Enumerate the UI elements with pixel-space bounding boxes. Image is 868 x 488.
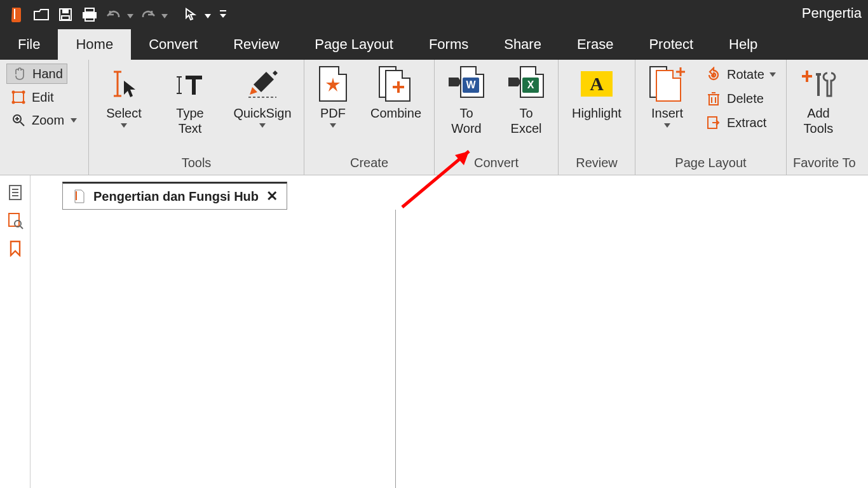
chevron-down-icon [71, 118, 77, 123]
svg-rect-6 [220, 10, 226, 11]
type-text-icon [172, 66, 208, 102]
menu-share[interactable]: Share [486, 29, 559, 60]
to-excel-label: To Excel [511, 105, 542, 136]
quickaccess-more-icon[interactable] [220, 10, 226, 19]
app-logo-icon [6, 4, 28, 25]
zoom-tool-label: Zoom [32, 113, 64, 128]
highlight-button[interactable]: A Highlight [565, 64, 628, 123]
titlebar: Pengertia [0, 0, 868, 29]
print-icon[interactable] [79, 4, 100, 25]
quicksign-label: QuickSign [233, 105, 291, 121]
svg-rect-3 [85, 8, 94, 12]
insert-page-icon [649, 66, 685, 102]
insert-label: Insert [651, 105, 683, 121]
svg-rect-7 [13, 92, 24, 102]
highlight-icon: A [579, 66, 614, 102]
hand-tool-label: Hand [32, 67, 63, 81]
select-label: Select [106, 105, 142, 121]
create-pdf-label: PDF [320, 105, 346, 121]
menubar: File Home Convert Review Page Layout For… [0, 29, 868, 60]
menu-help[interactable]: Help [711, 29, 775, 60]
pdf-file-icon [72, 189, 86, 203]
close-tab-icon[interactable]: ✕ [266, 188, 278, 205]
to-excel-icon: X [508, 66, 544, 102]
svg-point-9 [22, 91, 25, 94]
create-pdf-button[interactable]: PDF [311, 64, 355, 130]
undo-icon[interactable] [103, 4, 125, 25]
add-tools-button[interactable]: Add Tools [793, 64, 844, 139]
to-excel-button[interactable]: X To Excel [501, 64, 552, 139]
create-pdf-icon [315, 66, 351, 102]
delete-button[interactable]: Delete [702, 89, 780, 108]
menu-home[interactable]: Home [58, 29, 131, 60]
extract-label: Extract [727, 116, 766, 130]
workspace: Pengertian dan Fungsi Hub ✕ [0, 175, 868, 488]
group-title-favorite: Favorite To [793, 156, 856, 173]
chevron-down-icon [330, 123, 336, 128]
to-word-label: To Word [451, 105, 481, 136]
rotate-button[interactable]: Rotate [702, 65, 780, 84]
edit-tool-button[interactable]: Edit [6, 88, 57, 107]
menu-page-layout[interactable]: Page Layout [297, 29, 411, 60]
menu-erase[interactable]: Erase [559, 29, 631, 60]
cursor-mode-dropdown-icon[interactable] [205, 11, 211, 18]
svg-rect-2 [62, 16, 69, 20]
svg-line-41 [20, 226, 23, 229]
svg-point-11 [22, 101, 25, 104]
svg-line-13 [20, 122, 24, 126]
ribbon: Hand Edit Zoom [0, 60, 868, 175]
chevron-down-icon [770, 72, 776, 77]
rotate-icon [705, 66, 722, 83]
open-icon[interactable] [31, 4, 52, 25]
group-title-convert: Convert [441, 156, 552, 173]
type-text-label: Type Text [176, 105, 203, 136]
cursor-mode-icon[interactable] [180, 4, 202, 25]
quicksign-icon [245, 66, 280, 102]
extract-icon [705, 114, 722, 131]
type-text-button[interactable]: Type Text [161, 64, 219, 139]
delete-label: Delete [727, 92, 764, 106]
pages-panel-icon[interactable] [6, 183, 25, 202]
chevron-down-icon [664, 123, 670, 128]
edit-icon [10, 89, 27, 105]
document-tabstrip: Pengertian dan Fungsi Hub ✕ [62, 182, 287, 210]
svg-point-10 [12, 101, 15, 104]
combine-label: Combine [370, 105, 421, 121]
side-panel [0, 175, 31, 488]
menu-forms[interactable]: Forms [411, 29, 486, 60]
group-title-page-layout: Page Layout [642, 156, 780, 173]
combine-button[interactable]: Combine [364, 64, 428, 123]
bookmarks-panel-icon[interactable] [6, 239, 25, 258]
menu-file[interactable]: File [0, 29, 58, 60]
search-panel-icon[interactable] [6, 211, 25, 230]
insert-button[interactable]: Insert [642, 64, 693, 130]
group-title-tools: Tools [95, 156, 297, 173]
menu-protect[interactable]: Protect [631, 29, 711, 60]
rotate-label: Rotate [727, 67, 764, 82]
menu-convert[interactable]: Convert [131, 29, 215, 60]
to-word-icon: W [449, 66, 484, 102]
document-page[interactable] [62, 210, 396, 488]
zoom-tool-button[interactable]: Zoom [6, 111, 81, 130]
group-title-review: Review [565, 156, 628, 173]
select-button[interactable]: Select [95, 64, 153, 130]
save-icon[interactable] [55, 4, 76, 25]
undo-dropdown-icon[interactable] [127, 11, 133, 18]
hand-tool-button[interactable]: Hand [6, 64, 67, 84]
menu-review[interactable]: Review [215, 29, 297, 60]
quicksign-button[interactable]: QuickSign [227, 64, 297, 130]
svg-rect-27 [709, 95, 718, 105]
select-icon [106, 66, 142, 102]
hand-icon [11, 65, 27, 82]
chevron-down-icon [259, 123, 266, 128]
redo-dropdown-icon[interactable] [161, 11, 168, 18]
chevron-down-icon [121, 123, 127, 128]
extract-button[interactable]: Extract [702, 113, 780, 132]
redo-icon[interactable] [137, 4, 159, 25]
to-word-button[interactable]: W To Word [441, 64, 492, 139]
svg-point-8 [12, 91, 15, 94]
group-title-create: Create [311, 156, 428, 173]
document-tab[interactable]: Pengertian dan Fungsi Hub ✕ [62, 182, 287, 210]
highlight-label: Highlight [572, 105, 621, 121]
trash-icon [705, 90, 722, 107]
